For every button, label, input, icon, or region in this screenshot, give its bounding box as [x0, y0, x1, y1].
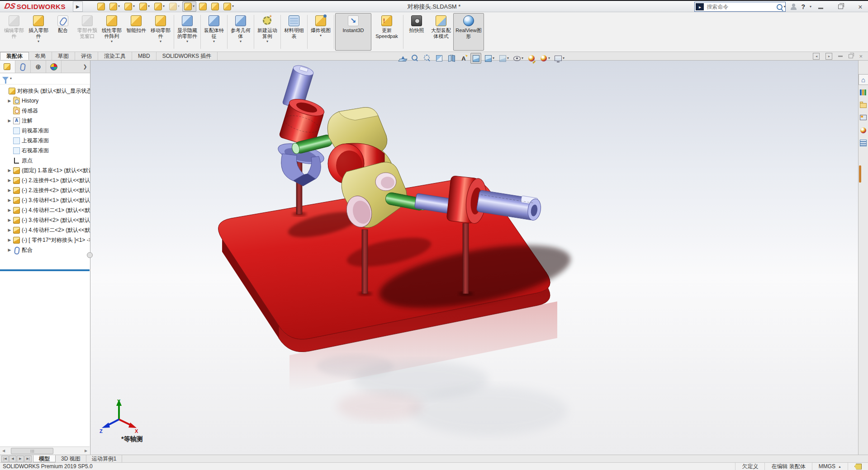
dock-right-icon[interactable]: ▸	[825, 53, 832, 60]
scrollbar-track[interactable]	[7, 447, 82, 455]
help-icon[interactable]: ?	[801, 3, 805, 10]
expand-arrow-icon[interactable]: ▶	[6, 208, 13, 212]
tag-cell[interactable]	[848, 463, 868, 470]
chevron-down-icon[interactable]: ▾	[232, 5, 234, 8]
chevron-down-icon[interactable]: ▾	[810, 5, 811, 9]
chevron-down-icon[interactable]: ▾	[213, 40, 215, 43]
expand-arrow-icon[interactable]: ▶	[6, 99, 13, 103]
tree-item-rod2-1[interactable]: ▶ (-) 4.传动杆二<1> (默认<<默认>_	[0, 205, 90, 215]
expand-arrow-icon[interactable]: ▶	[6, 248, 13, 252]
titlebar-tool-select[interactable]: ▾	[182, 1, 196, 12]
command-tab-sketch[interactable]: 草图	[52, 52, 75, 60]
ribbon-button-linear-pattern[interactable]: 线性零部件阵列 ▾	[100, 13, 124, 51]
rollback-bar[interactable]	[0, 269, 90, 271]
chevron-down-icon[interactable]: ▾	[178, 5, 180, 8]
tab-configurationmanager[interactable]: ⊕	[31, 61, 46, 73]
search-input[interactable]	[706, 3, 777, 10]
hud-tool-previous-view[interactable]	[422, 53, 432, 64]
command-tab-assembly[interactable]: 装配体	[0, 52, 29, 60]
hud-tool-hide-show-annotations[interactable]	[458, 53, 469, 64]
sheet-tab-motion-study-1[interactable]: 运动算例1	[86, 455, 123, 462]
ribbon-button-update-speedpak[interactable]: 更新 Speedpak	[371, 13, 402, 51]
ribbon-button-edit-component[interactable]: 编辑零部件	[2, 13, 26, 51]
ribbon-button-show-hidden-components[interactable]: 显示隐藏的零部件 ▾	[175, 13, 199, 51]
command-tab-layout[interactable]: 布局	[29, 52, 52, 60]
hud-tool-hide-show-items[interactable]: ▾	[497, 53, 510, 64]
expand-arrow-icon[interactable]: ▶	[6, 198, 13, 202]
chevron-down-icon[interactable]: ▾	[133, 5, 135, 8]
ribbon-button-smart-fasteners[interactable]: 智能扣件	[124, 13, 148, 51]
command-tab-addins[interactable]: SOLIDWORKS 插件	[157, 52, 218, 60]
taskpane-tab-view-palette[interactable]	[859, 112, 868, 123]
panel-horizontal-scrollbar[interactable]: ◀ ▶	[0, 446, 90, 455]
hud-tool-edit-appearance[interactable]	[526, 53, 537, 64]
tab-displaymanager[interactable]	[46, 61, 62, 73]
doc-minimize-icon[interactable]	[838, 56, 843, 57]
hud-tool-zoom-to-fit[interactable]	[397, 53, 408, 64]
tab-featuremanager[interactable]	[0, 61, 15, 73]
tree-item-rod2-2[interactable]: ▶ (-) 4.传动杆二<2> (默认<<默认>_	[0, 225, 90, 235]
tree-item-sensors[interactable]: ▶ 传感器	[0, 106, 90, 116]
hud-tool-visibility-eye[interactable]: ▾	[512, 53, 525, 64]
ribbon-button-move-component[interactable]: 移动零部件 ▾	[148, 13, 173, 51]
search-icon[interactable]	[777, 4, 783, 10]
tree-item-right-plane[interactable]: ▶ 右视基准面	[0, 146, 90, 155]
last-sheet-icon[interactable]: ▶|	[24, 456, 32, 462]
chevron-down-icon[interactable]: ▾	[563, 56, 564, 60]
ribbon-button-bill-of-materials[interactable]: 材料明细表	[282, 13, 306, 51]
ribbon-button-component-preview[interactable]: 零部件预览窗口	[75, 13, 100, 51]
scroll-left-icon[interactable]: ◀	[0, 447, 7, 455]
expand-arrow-icon[interactable]: ▶	[6, 168, 13, 173]
hud-tool-view-orientation[interactable]	[470, 53, 481, 64]
chevron-down-icon[interactable]: ▾	[193, 5, 194, 8]
panel-expand-chevron-icon[interactable]: ❯	[80, 61, 90, 73]
hud-tool-view-settings[interactable]: ▾	[553, 53, 566, 64]
ribbon-button-large-assembly-mode[interactable]: 大型装配体模式	[429, 13, 453, 51]
sheet-tab-model[interactable]: 模型	[33, 455, 56, 462]
expand-arrow-icon[interactable]: ▶	[6, 118, 13, 123]
graphics-viewport[interactable]: Y X Z *等轴测	[90, 61, 858, 455]
tree-item-origin[interactable]: ▶ 原点	[0, 155, 90, 165]
ribbon-button-assembly-features[interactable]: 装配体特征 ▾	[202, 13, 226, 51]
tree-item-mates[interactable]: ▶ 配合	[0, 245, 90, 255]
taskpane-tab-custom-properties[interactable]	[859, 137, 868, 148]
chevron-down-icon[interactable]: ▾	[320, 34, 322, 38]
titlebar-tool-options[interactable]: ▾	[222, 1, 236, 12]
titlebar-tool-print[interactable]: ▾	[152, 1, 166, 12]
tree-item-annotations[interactable]: ▶ 注解	[0, 116, 90, 126]
command-tab-evaluate[interactable]: 评估	[75, 52, 98, 60]
chevron-down-icon[interactable]: ▾	[38, 40, 39, 43]
prev-sheet-icon[interactable]: ◀	[9, 456, 16, 462]
tree-item-history[interactable]: ▶ History	[0, 96, 90, 106]
tree-item-front-plane[interactable]: ▶ 前视基准面	[0, 126, 90, 136]
tab-propertymanager[interactable]	[15, 61, 31, 73]
expand-arrow-icon[interactable]: ▶	[6, 218, 13, 222]
chevron-down-icon[interactable]: ▾	[783, 5, 785, 9]
minimize-button[interactable]	[817, 4, 824, 10]
hud-tool-zoom-to-area[interactable]	[409, 53, 420, 64]
units-selector[interactable]: MMGS▲	[812, 463, 848, 470]
titlebar-tool-undo[interactable]: ▾	[167, 1, 181, 12]
taskpane-tab-file-explorer[interactable]	[859, 99, 868, 110]
chevron-down-icon[interactable]: ▾	[548, 56, 550, 60]
chevron-down-icon[interactable]: ▾	[118, 5, 120, 8]
search-box[interactable]: ▸ ▾	[694, 2, 786, 12]
taskpane-tab-appearances-scenes[interactable]	[859, 125, 868, 136]
ribbon-button-mate[interactable]: 配合	[51, 13, 75, 51]
close-button[interactable]: ×	[857, 3, 863, 11]
tree-item-part17[interactable]: ▶ (-) [ 零件17^对称接头 ]<1> ->? (默	[0, 235, 90, 245]
doc-close-icon[interactable]: ×	[859, 53, 863, 59]
command-tab-mbd[interactable]: MBD	[132, 52, 157, 60]
chevron-down-icon[interactable]: ▾	[111, 40, 113, 43]
dock-left-icon[interactable]: ◂	[813, 53, 820, 60]
tree-item-top-plane[interactable]: ▶ 上视基准面	[0, 136, 90, 146]
filter-icon[interactable]	[2, 77, 9, 81]
tree-item-root[interactable]: ▶ 对称接头 (默认<默认_显示状态-1>)	[0, 86, 90, 96]
titlebar-tool-open[interactable]: ▾	[123, 1, 137, 12]
titlebar-tool-new-document[interactable]: ▾	[108, 1, 122, 12]
ribbon-button-new-motion-study[interactable]: 新建运动算例 ▾	[255, 13, 280, 51]
chevron-down-icon[interactable]: ▾	[493, 56, 494, 60]
tree-item-connector-1[interactable]: ▶ (-) 2.连接件<1> (默认<<默认>_显	[0, 175, 90, 185]
doc-restore-icon[interactable]	[849, 54, 853, 58]
chevron-down-icon[interactable]: ▾	[148, 5, 150, 8]
